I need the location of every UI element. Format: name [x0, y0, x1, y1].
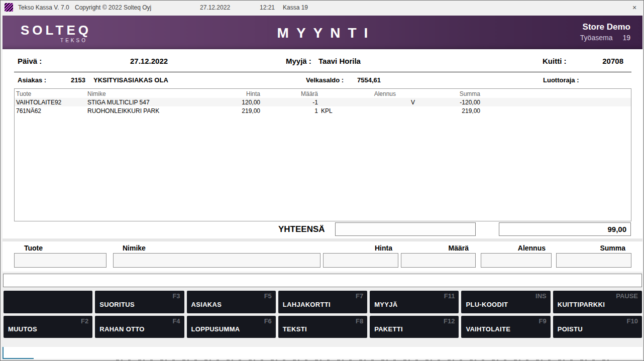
titlebar: Tekso Kassa V. 7.0 Copyright © 2022 Solt…	[1, 1, 643, 15]
store-block: Store Demo Työasema19	[580, 22, 630, 42]
kuittiparkki-button[interactable]: KUITTIPARKKI PAUSE	[553, 291, 642, 313]
item-price: 120,00	[196, 98, 262, 106]
col-header-name: Nimike	[86, 89, 196, 98]
main-panel: Päivä : 27.12.2022 Myyjä : Taavi Horila …	[3, 49, 642, 272]
customer-name: YKSITYISASIAKAS OLA	[93, 76, 170, 84]
item-row[interactable]: 761NÄ62 RUOHONLEIKKURI PARK 219,00 1 KPL…	[15, 106, 631, 115]
total-label: YHTEENSÄ	[278, 224, 325, 234]
focus-border-vertical	[3, 347, 4, 359]
item-discount	[350, 98, 397, 106]
col-header-flag	[397, 89, 416, 98]
qty-input[interactable]	[401, 253, 476, 268]
item-qty: 1	[262, 106, 319, 115]
discount-input[interactable]	[481, 253, 552, 268]
items-header-row: Tuote Nimike Hinta Määrä Alennus Summa	[15, 89, 631, 98]
copyright-text: Copyright © 2022 Solteq Oyj	[75, 4, 151, 11]
col-header-sum: Summa	[416, 89, 482, 98]
customer-label: Asiakas :	[18, 76, 46, 84]
col-header-discount: Alennus	[350, 89, 397, 98]
fkey-f7: F7	[356, 292, 363, 300]
rahan-otto-button[interactable]: RAHAN OTTO F4	[95, 316, 184, 338]
entry-product-label: Tuote	[24, 244, 43, 252]
item-row[interactable]: VAIHTOLAITE92 STIGA MULTICLIP 547 120,00…	[15, 98, 631, 106]
item-unit: KPL	[319, 106, 350, 115]
fkey-ins: INS	[535, 292, 547, 300]
item-sum: -120,00	[416, 98, 482, 106]
col-header-filler	[482, 89, 631, 98]
muutos-button[interactable]: MUUTOS F2	[4, 316, 92, 338]
fkey-f3: F3	[172, 292, 180, 300]
loppusumma-button[interactable]: LOPPUSUMMA F6	[187, 316, 276, 338]
item-name: STIGA MULTICLIP 547	[86, 98, 196, 106]
customer-number: 2153	[71, 76, 85, 84]
teksti-button[interactable]: TEKSTI F8	[278, 316, 367, 338]
workstation-info: Työasema19	[580, 34, 630, 42]
blank-button	[4, 291, 92, 313]
myyja-button[interactable]: MYYJÄ F11	[370, 291, 459, 313]
item-unit	[319, 98, 350, 106]
fkey-f6: F6	[264, 317, 272, 325]
col-header-unit	[319, 89, 350, 98]
titlebar-register: Kassa 19	[283, 4, 308, 11]
product-input[interactable]	[14, 253, 106, 268]
credit-limit-label: Luottoraja :	[543, 76, 579, 84]
fkey-f8: F8	[356, 317, 363, 325]
workstation-number: 19	[622, 34, 630, 42]
item-product: 761NÄ62	[15, 106, 86, 115]
fkey-f2: F2	[81, 317, 88, 325]
total-entry-input[interactable]	[335, 222, 476, 236]
date-label: Päivä :	[18, 57, 42, 65]
name-input[interactable]	[113, 253, 320, 268]
vaihtolaite-button[interactable]: VAIHTOLAITE F9	[461, 316, 550, 338]
fkey-f5: F5	[264, 292, 272, 300]
entry-name-label: Nimike	[123, 244, 146, 252]
poistu-button[interactable]: POISTU F10	[553, 316, 642, 338]
workstation-label: Työasema	[580, 34, 613, 42]
item-price: 219,00	[196, 106, 262, 115]
seller-label: Myyjä :	[286, 57, 311, 65]
function-key-grid: SUORITUS F3 ASIAKAS F5 LAHJAKORTTI F7 MY…	[4, 291, 642, 338]
col-header-qty: Määrä	[262, 89, 319, 98]
total-amount: 99,00	[499, 222, 631, 236]
debt-value: 7554,61	[357, 76, 381, 84]
sum-input[interactable]	[556, 253, 631, 268]
entry-discount-label: Alennus	[481, 244, 546, 252]
item-product: VAIHTOLAITE92	[15, 98, 86, 106]
seller-name: Taavi Horila	[318, 57, 361, 65]
close-icon[interactable]: ×	[628, 3, 640, 13]
logo-primary: SOLTEQ	[21, 23, 91, 38]
plu-koodit-button[interactable]: PLU-KOODIT INS	[461, 291, 550, 313]
col-header-price: Hinta	[196, 89, 262, 98]
entry-sum-label: Summa	[556, 244, 625, 252]
section-divider	[3, 238, 642, 242]
col-header-product: Tuote	[15, 89, 86, 98]
fkey-f12: F12	[444, 317, 455, 325]
lahjakortti-button[interactable]: LAHJAKORTTI F7	[278, 291, 367, 313]
suoritus-button[interactable]: SUORITUS F3	[95, 291, 184, 313]
titlebar-time: 12:21	[260, 4, 275, 11]
app-window: Tekso Kassa V. 7.0 Copyright © 2022 Solt…	[0, 0, 644, 361]
fkey-pause: PAUSE	[616, 292, 638, 300]
solteq-app-icon	[5, 3, 13, 12]
entry-price-label: Hinta	[323, 244, 392, 252]
item-sum: 219,00	[416, 106, 482, 115]
fkey-f10: F10	[627, 317, 638, 325]
app-header: SOLTEQ TEKSO MYYNTI Store Demo Työasema1…	[3, 16, 642, 49]
price-input[interactable]	[323, 253, 398, 268]
fkey-f11: F11	[444, 292, 455, 300]
window-title: Tekso Kassa V. 7.0	[18, 4, 69, 11]
receipt-label: Kuitti :	[543, 57, 566, 65]
fkey-f9: F9	[539, 317, 547, 325]
entry-qty-label: Määrä	[401, 244, 469, 252]
logo-secondary: TEKSO	[21, 38, 91, 43]
divider-line	[14, 72, 631, 72]
titlebar-date: 27.12.2022	[200, 4, 230, 11]
debt-label: Velkasaldo :	[306, 76, 344, 84]
message-area	[3, 347, 642, 359]
command-input[interactable]	[3, 274, 642, 287]
solteq-logo: SOLTEQ TEKSO	[21, 23, 91, 43]
bottom-clipped-strip	[3, 359, 642, 361]
item-discount	[350, 106, 397, 115]
asiakas-button[interactable]: ASIAKAS F5	[187, 291, 276, 313]
paketti-button[interactable]: PAKETTI F12	[370, 316, 459, 338]
